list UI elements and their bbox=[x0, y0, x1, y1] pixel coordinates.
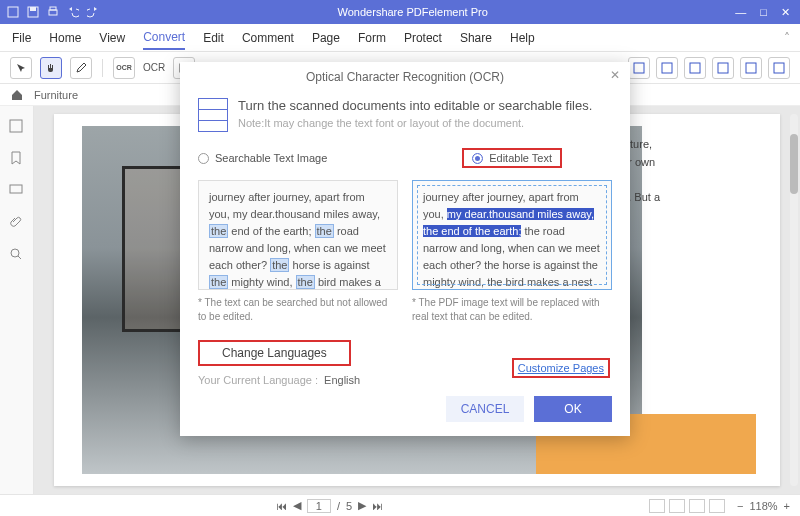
bookmark-panel-icon[interactable] bbox=[8, 150, 26, 168]
svg-rect-6 bbox=[634, 63, 644, 73]
print-icon[interactable] bbox=[46, 5, 60, 19]
app-title: Wondershare PDFelement Pro bbox=[100, 6, 725, 18]
prev-page-icon[interactable]: ◀ bbox=[293, 499, 301, 512]
dialog-note: Note:It may change the text font or layo… bbox=[238, 117, 592, 129]
document-text: culture, our own on. But a bbox=[616, 136, 746, 206]
redo-icon[interactable] bbox=[86, 5, 100, 19]
menu-protect[interactable]: Protect bbox=[404, 27, 442, 49]
breadcrumb-item[interactable]: Furniture bbox=[34, 89, 78, 101]
to-rtf-icon[interactable] bbox=[740, 57, 762, 79]
to-excel-icon[interactable] bbox=[656, 57, 678, 79]
to-word-icon[interactable] bbox=[628, 57, 650, 79]
side-panel bbox=[0, 106, 34, 494]
zoom-in-icon[interactable]: + bbox=[784, 500, 790, 512]
document-icon bbox=[198, 98, 228, 132]
hand-tool-icon[interactable] bbox=[40, 57, 62, 79]
svg-rect-8 bbox=[690, 63, 700, 73]
ocr-icon[interactable]: OCR bbox=[113, 57, 135, 79]
maximize-icon[interactable]: □ bbox=[760, 6, 767, 19]
to-image-icon[interactable] bbox=[712, 57, 734, 79]
close-window-icon[interactable]: ✕ bbox=[781, 6, 790, 19]
first-page-icon[interactable]: ⏮ bbox=[276, 500, 287, 512]
view-cont-facing-icon[interactable] bbox=[709, 499, 725, 513]
page-current[interactable]: 1 bbox=[307, 499, 331, 513]
cancel-button[interactable]: CANCEL bbox=[446, 396, 524, 422]
svg-rect-4 bbox=[50, 7, 56, 10]
zoom-out-icon[interactable]: − bbox=[737, 500, 743, 512]
select-tool-icon[interactable] bbox=[10, 57, 32, 79]
customize-pages-link[interactable]: Customize Pages bbox=[512, 358, 610, 378]
collapse-ribbon-icon[interactable]: ˄ bbox=[784, 31, 790, 45]
menu-convert[interactable]: Convert bbox=[143, 26, 185, 50]
title-bar: Wondershare PDFelement Pro — □ ✕ bbox=[0, 0, 800, 24]
option-searchable[interactable]: Searchable Text Image bbox=[198, 152, 327, 164]
attachment-panel-icon[interactable] bbox=[8, 214, 26, 232]
ok-button[interactable]: OK bbox=[534, 396, 612, 422]
menu-file[interactable]: File bbox=[12, 27, 31, 49]
svg-rect-0 bbox=[8, 7, 18, 17]
radio-on-icon bbox=[472, 153, 483, 164]
menu-edit[interactable]: Edit bbox=[203, 27, 224, 49]
radio-off-icon bbox=[198, 153, 209, 164]
svg-rect-11 bbox=[774, 63, 784, 73]
close-icon[interactable]: ✕ bbox=[610, 68, 620, 82]
menu-share[interactable]: Share bbox=[460, 27, 492, 49]
option-editable[interactable]: Editable Text bbox=[462, 148, 562, 168]
svg-rect-12 bbox=[10, 120, 22, 132]
svg-rect-2 bbox=[30, 7, 36, 11]
svg-rect-3 bbox=[49, 10, 57, 15]
to-ppt-icon[interactable] bbox=[684, 57, 706, 79]
last-page-icon[interactable]: ⏭ bbox=[372, 500, 383, 512]
current-language-label: Your Current Language :English bbox=[180, 370, 378, 386]
zoom-value: 118% bbox=[749, 500, 777, 512]
menu-form[interactable]: Form bbox=[358, 27, 386, 49]
change-languages-button[interactable]: Change Languages bbox=[198, 340, 351, 366]
search-panel-icon[interactable] bbox=[8, 246, 26, 264]
svg-rect-9 bbox=[718, 63, 728, 73]
preview-searchable: journey after journey, apart from you, m… bbox=[198, 180, 398, 324]
page-navigator: ⏮ ◀ 1 / 5 ▶ ⏭ bbox=[276, 499, 383, 513]
save-icon[interactable] bbox=[26, 5, 40, 19]
thumbnail-panel-icon[interactable] bbox=[8, 118, 26, 136]
comment-panel-icon[interactable] bbox=[8, 182, 26, 200]
view-facing-icon[interactable] bbox=[689, 499, 705, 513]
minimize-icon[interactable]: — bbox=[735, 6, 746, 19]
to-other-icon[interactable] bbox=[768, 57, 790, 79]
status-bar: ⏮ ◀ 1 / 5 ▶ ⏭ − 118% + bbox=[0, 494, 800, 516]
edit-tool-icon[interactable] bbox=[70, 57, 92, 79]
dialog-title: Optical Character Recognition (OCR) bbox=[306, 70, 504, 84]
menu-home[interactable]: Home bbox=[49, 27, 81, 49]
svg-rect-7 bbox=[662, 63, 672, 73]
app-logo-icon bbox=[6, 5, 20, 19]
ocr-label: OCR bbox=[143, 62, 165, 73]
ocr-dialog: Optical Character Recognition (OCR) ✕ Tu… bbox=[180, 62, 630, 436]
page-total: 5 bbox=[346, 500, 352, 512]
menu-view[interactable]: View bbox=[99, 27, 125, 49]
svg-rect-13 bbox=[10, 185, 22, 193]
view-single-icon[interactable] bbox=[649, 499, 665, 513]
preview-editable: journey after journey, apart from you, m… bbox=[412, 180, 612, 324]
home-icon[interactable] bbox=[10, 88, 24, 102]
menu-comment[interactable]: Comment bbox=[242, 27, 294, 49]
view-cont-icon[interactable] bbox=[669, 499, 685, 513]
menu-help[interactable]: Help bbox=[510, 27, 535, 49]
svg-rect-10 bbox=[746, 63, 756, 73]
menu-page[interactable]: Page bbox=[312, 27, 340, 49]
next-page-icon[interactable]: ▶ bbox=[358, 499, 366, 512]
dialog-heading: Turn the scanned documents into editable… bbox=[238, 98, 592, 113]
vertical-scrollbar[interactable] bbox=[790, 114, 798, 486]
undo-icon[interactable] bbox=[66, 5, 80, 19]
menu-bar: File Home View Convert Edit Comment Page… bbox=[0, 24, 800, 52]
svg-point-14 bbox=[11, 249, 19, 257]
